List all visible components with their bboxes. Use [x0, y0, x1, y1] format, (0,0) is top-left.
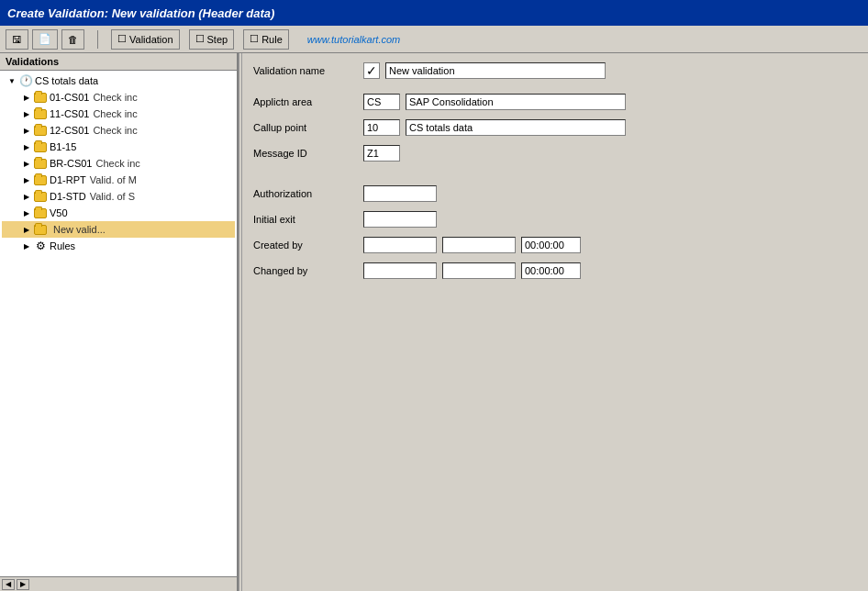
tree-item-br-cs01[interactable]: ▶ BR-CS01 Check inc [2, 155, 235, 172]
folder-icon-v50 [33, 206, 48, 220]
delete-icon: 🗑 [68, 34, 78, 45]
expand-arrow-01cs01: ▶ [20, 91, 33, 104]
validation-name-input[interactable] [385, 62, 606, 79]
scroll-left-btn[interactable]: ◀ [2, 579, 15, 590]
expand-arrow-b115: ▶ [20, 140, 33, 153]
tree-item-new-validation[interactable]: ▶ New valid... [2, 221, 235, 238]
changed-by-time-input[interactable] [521, 262, 581, 279]
validation-name-checkbox[interactable]: ✓ [363, 62, 380, 79]
left-panel: Validations ▼ 🕐 CS totals data ▶ 01-CS01… [0, 53, 239, 591]
copy-button[interactable]: 📄 [32, 29, 58, 50]
expand-arrow-11cs01: ▶ [20, 107, 33, 120]
folder-icon-11cs01 [33, 106, 48, 121]
tree-item-rules[interactable]: ▶ ⚙ Rules [2, 238, 235, 254]
step-icon: ☐ [195, 33, 205, 45]
folder-icon-12cs01 [33, 123, 48, 138]
toolbar: 🖫 📄 🗑 ☐ Validation ☐ Step ☐ Rule www.tut… [0, 26, 868, 53]
expand-arrow-d1rpt: ▶ [20, 173, 33, 186]
initial-exit-label: Initial exit [253, 214, 363, 225]
folder-icon-01cs01 [33, 90, 48, 105]
tree-label-11cs01: 11-CS01 [50, 108, 89, 119]
tree-item-d1-rpt[interactable]: ▶ D1-RPT Valid. of M [2, 172, 235, 188]
tree-item-v50[interactable]: ▶ V50 [2, 205, 235, 221]
validation-button[interactable]: ☐ Validation [111, 29, 180, 50]
tree-label-rules: Rules [50, 240, 75, 251]
tree-label-brcs01: BR-CS01 [50, 158, 92, 169]
applictn-area-code-input[interactable] [363, 94, 400, 110]
expand-arrow-newvalid: ▶ [20, 223, 33, 236]
tree-item-12-cs01[interactable]: ▶ 12-CS01 Check inc [2, 122, 235, 139]
delete-button[interactable]: 🗑 [61, 29, 84, 50]
folder-icon-d1std [33, 189, 48, 204]
form-row-changed-by: Changed by [253, 261, 857, 281]
rule-label: Rule [262, 34, 283, 45]
form-row-authorization: Authorization [253, 184, 857, 204]
right-panel: Validation name ✓ Applictn area Callup p… [242, 53, 868, 591]
tree-desc-01cs01: Check inc [93, 92, 137, 103]
checkbox-small-icon: ☐ [117, 33, 127, 45]
rules-icon: ⚙ [33, 239, 48, 253]
tree-desc-d1rpt: Valid. of M [90, 174, 137, 185]
tree-desc-12cs01: Check inc [93, 125, 137, 136]
expand-arrow-brcs01: ▶ [20, 157, 33, 170]
form-row-validation-name: Validation name ✓ [253, 61, 857, 81]
step-label: Step [207, 34, 228, 45]
callup-point-code-input[interactable] [363, 119, 400, 136]
created-by-date-input[interactable] [442, 237, 516, 253]
watermark-text: www.tutorialkart.com [307, 34, 400, 45]
scrollbar-area: ◀ ▶ [0, 576, 237, 591]
save-icon: 🖫 [12, 34, 22, 45]
tree-label-d1rpt: D1-RPT [50, 174, 86, 185]
main-content: Validations ▼ 🕐 CS totals data ▶ 01-CS01… [0, 53, 868, 591]
tree-desc-newvalid: New valid... [53, 224, 106, 235]
title-text: Create Validation: New validation (Heade… [7, 6, 274, 20]
folder-icon-d1rpt [33, 173, 48, 187]
tree-desc-d1std: Valid. of S [90, 191, 135, 202]
folder-icon-b115 [33, 139, 48, 154]
toolbar-group-icons: 🖫 📄 🗑 [6, 29, 84, 50]
tree-root-label: CS totals data [35, 75, 98, 86]
tree-panel-header: Validations [0, 53, 237, 71]
tree-item-root[interactable]: ▼ 🕐 CS totals data [2, 72, 235, 89]
changed-by-date-input[interactable] [442, 262, 516, 279]
tree-container[interactable]: ▼ 🕐 CS totals data ▶ 01-CS01 Check inc ▶… [0, 71, 237, 576]
validation-name-label: Validation name [253, 65, 363, 76]
tree-desc-11cs01: Check inc [93, 108, 137, 119]
form-row-initial-exit: Initial exit [253, 209, 857, 229]
applictn-area-value-input[interactable] [406, 94, 626, 110]
expand-arrow-rules: ▶ [20, 240, 33, 252]
form-row-message-id: Message ID [253, 143, 857, 163]
message-id-label: Message ID [253, 148, 363, 159]
step-button[interactable]: ☐ Step [189, 29, 235, 50]
authorization-label: Authorization [253, 188, 363, 199]
applictn-area-label: Applictn area [253, 96, 363, 107]
title-bar: Create Validation: New validation (Heade… [0, 0, 868, 26]
tree-label-01cs01: 01-CS01 [50, 92, 89, 103]
created-by-user-input[interactable] [363, 237, 437, 253]
folder-icon-newvalid [33, 222, 48, 237]
rule-button[interactable]: ☐ Rule [243, 29, 289, 50]
initial-exit-input[interactable] [363, 211, 437, 228]
expand-arrow-d1std: ▶ [20, 190, 33, 203]
rule-icon: ☐ [250, 33, 259, 45]
tree-label-v50: V50 [50, 207, 68, 218]
tree-item-11-cs01[interactable]: ▶ 11-CS01 Check inc [2, 106, 235, 122]
changed-by-user-input[interactable] [363, 262, 437, 279]
tree-item-01-cs01[interactable]: ▶ 01-CS01 Check inc [2, 89, 235, 106]
scroll-right-btn[interactable]: ▶ [17, 579, 29, 590]
tree-label-12cs01: 12-CS01 [50, 125, 89, 136]
message-id-input[interactable] [363, 145, 400, 162]
clock-icon: 🕐 [18, 73, 33, 88]
folder-icon-brcs01 [33, 156, 48, 171]
created-by-label: Created by [253, 240, 363, 251]
callup-point-value-input[interactable] [406, 119, 626, 136]
save-button[interactable]: 🖫 [6, 29, 28, 50]
created-by-time-input[interactable] [521, 237, 581, 253]
form-row-applictn-area: Applictn area [253, 92, 857, 112]
tree-label-d1std: D1-STD [50, 191, 86, 202]
expand-arrow-root: ▼ [6, 74, 18, 87]
authorization-input[interactable] [363, 185, 437, 202]
tree-item-b1-15[interactable]: ▶ B1-15 [2, 139, 235, 155]
changed-by-label: Changed by [253, 265, 363, 276]
tree-item-d1-std[interactable]: ▶ D1-STD Valid. of S [2, 188, 235, 205]
